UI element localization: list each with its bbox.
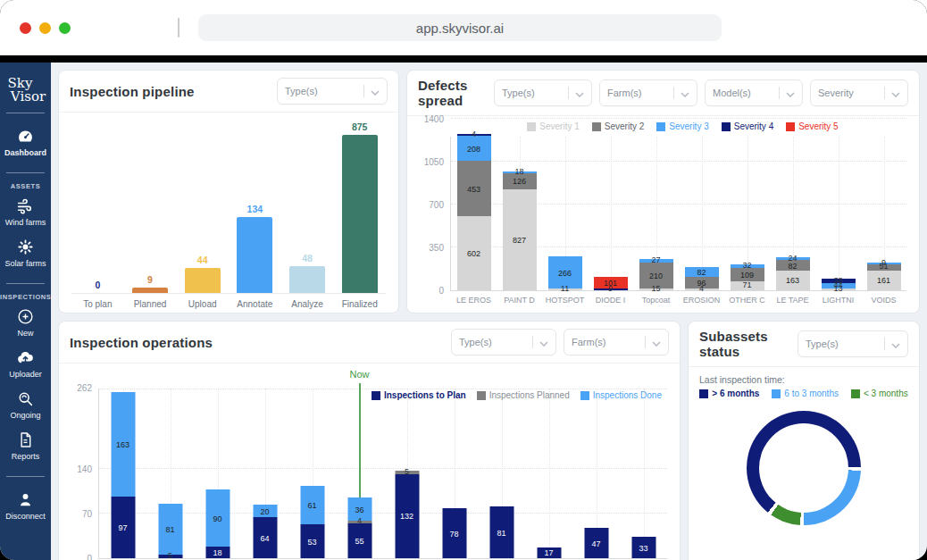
stacked-bar-group: 33 [620,389,667,558]
filter-dropdown-types[interactable]: Type(s) [277,78,388,104]
stacked-bar: 47 [584,389,608,558]
sidebar-section-assets: ASSETS [0,182,51,190]
filter-dropdown-label: Farm(s) [572,337,639,347]
app-logo[interactable]: Sky Visor [0,77,51,104]
y-axis-tick-label: 1400 [413,114,444,124]
chevron-down-icon [786,85,795,101]
subassets-legend: > 6 months6 to 3 months< 3 months [689,389,919,398]
sidebar-item-label: Disconnect [5,512,46,521]
toolbar-separator [178,18,180,38]
browser-window: app.skyvisor.ai Sky Visor DashboardASSET… [0,0,927,560]
stacked-bar: 33 [631,389,656,558]
legend-item-inspections-done: Inspections Done [580,390,662,400]
browser-chrome: app.skyvisor.ai [0,0,927,55]
bar-category-label: Planned [124,293,177,311]
legend-swatch [477,391,486,400]
bar-segment-value: 81 [482,529,521,538]
gridline [451,118,906,119]
operations-legend: Inspections to PlanInspections PlannedIn… [372,390,662,400]
stacked-bar: 49682 [685,126,719,290]
filter-dropdown-severity[interactable]: Severity [810,79,908,106]
bar-segment-value: 38 [814,276,863,285]
stacked-bar-group: 1521027 [633,137,679,290]
maximize-window-button[interactable] [59,22,71,34]
inspection-operations-card: Inspection operations Type(s)Farm(s) 070… [58,321,681,560]
bar-segment-value: 163 [769,276,817,285]
y-axis-max-label: 262 [62,383,92,393]
bar-segment-value: 109 [723,271,772,280]
dropdown-separator [532,336,533,348]
stacked-bar: 9101 [594,126,628,290]
bar-category-label: LE TAPE [770,290,815,305]
stacked-bar-group: 17 [525,389,572,558]
bar-segment-value: 82 [678,268,726,277]
chevron-down-icon [891,336,900,352]
stacked-bar: 1890 [205,389,230,558]
stacked-bar-group: 82712618 [497,137,542,290]
bar-segment-value: 161 [860,276,908,285]
card-title-subassets-status: Subassets status [699,329,798,359]
stacked-bar-group: 78 [430,389,478,558]
sidebar-divider [6,172,45,173]
stacked-bar-group: 134438 [815,137,861,290]
url-bar[interactable]: app.skyvisor.ai [198,14,722,41]
bar-value-label: 44 [197,255,208,265]
filter-dropdown-label: Type(s) [502,88,562,98]
inspection-pipeline-chart: 0To plan9Planned44Upload134Annotate48Ana… [59,113,398,313]
pipeline-bar-group: 134Annotate [229,121,281,311]
sidebar-item-disconnect[interactable]: Disconnect [0,486,51,527]
bar-segment-value: 126 [496,177,544,186]
document-icon [16,430,35,449]
sidebar-item-wind-farms[interactable]: Wind farms [0,192,51,233]
filter-dropdown-label: Severity [818,88,878,98]
sidebar-item-new[interactable]: New [0,303,51,344]
sidebar-item-solar-farms[interactable]: Solar farms [0,233,51,274]
bar-segment-value: 163 [104,440,142,449]
sun-icon [16,238,35,256]
sidebar-item-reports[interactable]: Reports [0,426,51,467]
filter-dropdown-types[interactable]: Type(s) [494,79,592,106]
window-content-divider [0,55,927,63]
last-inspection-time-label: Last inspection time: [699,374,919,385]
filter-dropdown-farms[interactable]: Farm(s) [599,79,697,106]
cloud-upload-icon [16,348,35,367]
minimize-window-button[interactable] [39,22,51,34]
legend-label: Inspections Planned [489,390,570,400]
filter-dropdown-types[interactable]: Type(s) [798,330,908,357]
legend-label: > 6 months [712,389,759,398]
dropdown-separator [363,85,364,97]
dropdown-separator [645,336,646,348]
dashboard-main: Inspection pipeline Type(s) 0To plan9Pla… [51,63,927,560]
bar-segment-value: 602 [450,249,498,258]
bar-category-label: Upload [176,293,229,311]
url-text: app.skyvisor.ai [416,21,504,36]
sidebar-item-uploader[interactable]: Uploader [0,344,51,385]
filter-dropdown-models[interactable]: Model(s) [705,79,803,106]
stacked-bar: 1521027 [639,126,673,290]
legend-swatch [772,389,781,398]
pipeline-bar [185,268,221,293]
bar-category-label: LE EROS [451,290,497,305]
inspection-pipeline-card: Inspection pipeline Type(s) 0To plan9Pla… [58,70,399,313]
bar-value-label: 0 [95,280,100,290]
filter-dropdown-types[interactable]: Type(s) [451,329,556,355]
sidebar-item-ongoing[interactable]: Ongoing [0,385,51,426]
logo-line-2: Visor [5,90,51,104]
legend-label: < 3 months [864,389,908,398]
sidebar-item-dashboard[interactable]: Dashboard [0,122,51,163]
stacked-bar: 581 [158,389,182,558]
bar-segment-value: 47 [577,539,615,548]
close-window-button[interactable] [20,22,31,34]
bar-category-label: Annotate [229,293,281,311]
filter-dropdown-farms[interactable]: Farm(s) [564,329,669,355]
bar-segment-value: 18 [198,548,237,557]
bar-segment-value: 132 [388,512,426,521]
bar-segment-value: 53 [293,538,331,547]
bar-segment-value: 64 [246,534,284,543]
stacked-bar: 6420 [253,389,277,558]
filter-dropdown-label: Type(s) [806,339,878,349]
sidebar-divider [6,476,45,477]
bar-segment-value: 208 [450,145,498,154]
bar-segment-value: 33 [624,544,663,553]
sidebar-section-inspections: INSPECTIONS [0,293,51,301]
